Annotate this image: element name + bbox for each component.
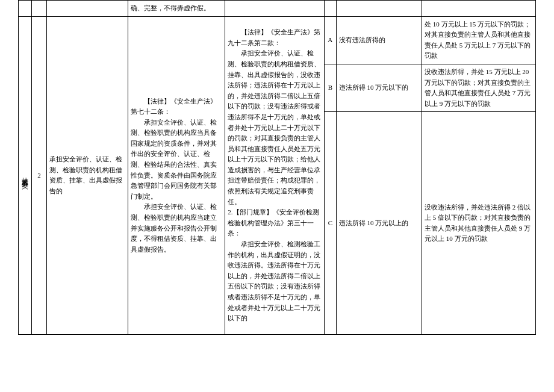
legal-basis: 【法律】《安全生产法》第七十二条： 承担安全评价、认证、检测、检验职责的机构应当…: [128, 16, 225, 335]
tier-code: A: [324, 16, 336, 64]
penalty-detail: 【法律】《安全生产法》第九十二条第二款： 承担安全评价、认证、检测、检验职责的机…: [225, 16, 324, 335]
basis-law-body-1: 承担安全评价、认证、检测、检验职责的机构应当具备国家规定的资质条件，并对其作出的…: [131, 119, 217, 200]
detail-law-label-1: 【法律】《安全生产法》第九十二条第二款：: [228, 28, 320, 46]
tier-condition: 违法所得 10 万元以上的: [336, 112, 422, 335]
frag-cell-8: [422, 1, 536, 17]
basis-law-label: 【法律】《安全生产法》第七十二条：: [131, 98, 217, 116]
frag-cell-2: [32, 1, 46, 17]
row-number: 2: [32, 16, 46, 335]
frag-cell-3: [46, 1, 128, 17]
tier-penalty: 没收违法所得，并处 15 万元以上 20 万元以下的罚款；对其直接负责的主管人员…: [422, 64, 536, 111]
detail-law-body-2: 承担安全评价、检测检验工作的机构，出具虚假证明的，没收违法所得。违法所得在十万元…: [228, 240, 320, 322]
tier-code: C: [324, 112, 336, 335]
basis-law-body-2: 承担安全评价、认证、检测、检验职责的机构应当建立并实施服务公开和报告公开制度，不…: [131, 203, 217, 252]
detail-law-body-1: 承担安全评价、认证、检测、检验职责的机构租借资质、挂靠、出具虚假报告的，没收违法…: [228, 49, 320, 205]
tier-penalty: 处 10 万元以上 15 万元以下的罚款；对其直接负责的主管人员和其他直接责任人…: [422, 16, 536, 64]
frag-cell-1: [19, 1, 32, 17]
violation-item: 承担安全评价、认证、检测、检验职责的机构租借资质、挂靠、出具虚假报告的: [46, 16, 128, 335]
table-row: 技术服务类 2 承担安全评价、认证、检测、检验职责的机构租借资质、挂靠、出具虚假…: [19, 16, 536, 64]
frag-cell-6: [324, 1, 336, 17]
prev-row-fragment: 确、完整，不得弄虚作假。: [19, 1, 536, 17]
frag-cell-5: [225, 1, 324, 17]
frag-cell-4: 确、完整，不得弄虚作假。: [128, 1, 225, 17]
tier-code: B: [324, 64, 336, 111]
frag-cell-7: [336, 1, 422, 17]
tier-condition: 违法所得 10 万元以下的: [336, 64, 422, 111]
regulation-table: 确、完整，不得弄虚作假。 技术服务类 2 承担安全评价、认证、检测、检验职责的机…: [18, 0, 536, 335]
detail-law-label-2: 2.【部门规章】《安全评价检测检验机构管理办法》第三十一条：: [228, 208, 319, 237]
category-label: 技术服务类: [22, 172, 29, 178]
category-cell: 技术服务类: [19, 16, 32, 335]
tier-condition: 没有违法所得的: [336, 16, 422, 64]
tier-penalty: 没收违法所得，并处违法所得 2 倍以上 5 倍以下的罚款；对其直接负责的主管人员…: [422, 112, 536, 335]
